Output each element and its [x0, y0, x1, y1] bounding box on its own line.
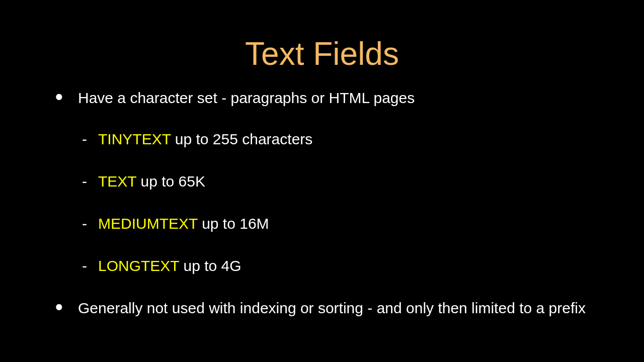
slide-title: Text Fields — [45, 35, 599, 72]
bullet-dot-icon: • — [55, 293, 63, 322]
bullet-item: • Generally not used with indexing or so… — [55, 298, 599, 319]
sub-item: - LONGTEXT up to 4G — [78, 255, 599, 277]
sub-item: - MEDIUMTEXT up to 16M — [78, 213, 599, 234]
sub-text: up to 16M — [198, 215, 269, 232]
sub-item: - TINYTEXT up to 255 characters — [78, 129, 599, 150]
dash-icon: - — [82, 213, 87, 234]
dash-icon: - — [82, 171, 87, 192]
sub-item: - TEXT up to 65K — [78, 171, 599, 192]
bullet-dot-icon: • — [55, 82, 63, 112]
bullet-text: Have a character set - paragraphs or HTM… — [78, 89, 415, 106]
keyword: MEDIUMTEXT — [98, 215, 198, 232]
keyword: LONGTEXT — [98, 257, 179, 274]
bullet-item: • Have a character set - paragraphs or H… — [55, 87, 599, 277]
dash-icon: - — [82, 129, 87, 150]
slide-container: Text Fields • Have a character set - par… — [0, 0, 644, 362]
sub-list: - TINYTEXT up to 255 characters - TEXT u… — [78, 129, 599, 277]
sub-text: up to 4G — [179, 257, 241, 274]
keyword: TEXT — [98, 173, 136, 190]
dash-icon: - — [82, 255, 87, 277]
keyword: TINYTEXT — [98, 131, 171, 147]
bullet-text: Generally not used with indexing or sort… — [78, 300, 586, 316]
sub-text: up to 255 characters — [171, 131, 312, 147]
sub-text: up to 65K — [136, 173, 205, 190]
bullet-list: • Have a character set - paragraphs or H… — [45, 87, 599, 319]
